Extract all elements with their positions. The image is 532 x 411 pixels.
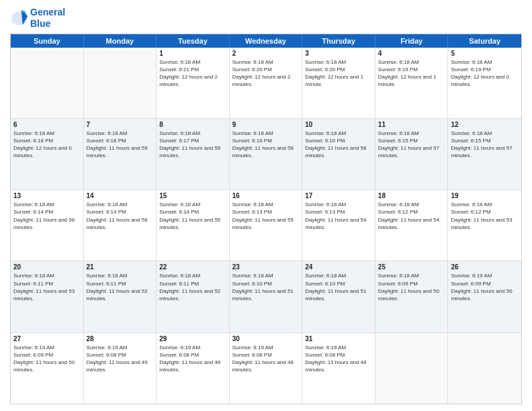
cell-info-line: Sunrise: 6:18 AM bbox=[451, 130, 519, 137]
day-number: 24 bbox=[305, 263, 372, 271]
cell-info-line: Sunset: 6:15 PM bbox=[378, 137, 445, 144]
cell-info-line: Daylight: 11 hours and 55 minutes. bbox=[159, 216, 226, 231]
cell-info-line: Sunrise: 6:18 AM bbox=[451, 58, 519, 66]
cal-cell-5-6 bbox=[375, 333, 449, 404]
cell-info-line: Sunrise: 6:18 AM bbox=[13, 201, 81, 208]
cal-cell-2-3: 8Sunrise: 6:18 AMSunset: 6:17 PMDaylight… bbox=[157, 119, 230, 189]
cell-info-line: Daylight: 12 hours and 2 minutes. bbox=[232, 73, 300, 88]
cell-info-line: Sunset: 6:10 PM bbox=[232, 280, 300, 287]
cell-info-line: Daylight: 11 hours and 59 minutes. bbox=[87, 144, 154, 159]
cal-cell-2-4: 9Sunrise: 6:18 AMSunset: 6:16 PMDaylight… bbox=[230, 119, 303, 189]
day-number: 9 bbox=[232, 121, 300, 128]
cell-info-line: Sunset: 6:12 PM bbox=[378, 208, 445, 216]
cell-info-line: Sunrise: 6:18 AM bbox=[232, 272, 300, 279]
cell-info-line: Sunset: 6:11 PM bbox=[87, 280, 154, 287]
cell-info-line: Sunrise: 6:18 AM bbox=[159, 130, 226, 137]
cal-cell-2-2: 7Sunrise: 6:18 AMSunset: 6:18 PMDaylight… bbox=[84, 119, 157, 189]
day-number: 15 bbox=[159, 192, 226, 199]
cell-info-line: Sunset: 6:16 PM bbox=[232, 137, 300, 144]
cal-cell-4-2: 21Sunrise: 6:18 AMSunset: 6:11 PMDayligh… bbox=[84, 261, 157, 332]
cell-info-line: Daylight: 11 hours and 55 minutes. bbox=[232, 216, 300, 231]
cell-info-line: Sunrise: 6:18 AM bbox=[305, 58, 372, 66]
cell-info-line: Sunset: 6:12 PM bbox=[451, 208, 519, 216]
cell-info-line: Daylight: 11 hours and 51 minutes. bbox=[232, 287, 300, 302]
day-number: 5 bbox=[451, 50, 519, 57]
cell-info-line: Sunset: 6:09 PM bbox=[13, 351, 81, 359]
cal-cell-3-5: 17Sunrise: 6:18 AMSunset: 6:13 PMDayligh… bbox=[302, 190, 375, 261]
cell-info-line: Sunrise: 6:18 AM bbox=[13, 130, 81, 137]
cal-cell-1-7: 5Sunrise: 6:18 AMSunset: 6:19 PMDaylight… bbox=[448, 48, 521, 118]
cell-info-line: Sunset: 6:20 PM bbox=[305, 66, 372, 73]
cell-info-line: Daylight: 11 hours and 49 minutes. bbox=[87, 359, 154, 373]
cell-info-line: Sunset: 6:18 PM bbox=[13, 137, 81, 144]
cell-info-line: Sunset: 6:19 PM bbox=[451, 66, 519, 73]
cell-info-line: Daylight: 12 hours and 2 minutes. bbox=[159, 73, 226, 88]
cell-info-line: Daylight: 11 hours and 54 minutes. bbox=[305, 216, 372, 231]
cell-info-line: Daylight: 11 hours and 50 minutes. bbox=[378, 287, 445, 302]
cal-cell-5-1: 27Sunrise: 6:19 AMSunset: 6:09 PMDayligh… bbox=[11, 333, 84, 404]
day-number: 16 bbox=[232, 192, 300, 199]
cell-info-line: Sunset: 6:16 PM bbox=[305, 137, 372, 144]
cell-info-line: Sunrise: 6:18 AM bbox=[378, 272, 445, 279]
cell-info-line: Daylight: 11 hours and 58 minutes. bbox=[232, 144, 300, 159]
cal-cell-1-5: 3Sunrise: 6:18 AMSunset: 6:20 PMDaylight… bbox=[302, 48, 375, 118]
cal-cell-3-4: 16Sunrise: 6:18 AMSunset: 6:13 PMDayligh… bbox=[230, 190, 303, 261]
cell-info-line: Daylight: 11 hours and 52 minutes. bbox=[159, 287, 226, 302]
cell-info-line: Sunset: 6:11 PM bbox=[159, 280, 226, 287]
cell-info-line: Daylight: 11 hours and 57 minutes. bbox=[378, 144, 445, 159]
header-day-friday: Friday bbox=[375, 34, 449, 48]
day-number: 19 bbox=[451, 192, 519, 199]
cell-info-line: Daylight: 11 hours and 53 minutes. bbox=[451, 216, 519, 231]
header-day-wednesday: Wednesday bbox=[230, 34, 303, 48]
cell-info-line: Daylight: 12 hours and 1 minute. bbox=[378, 73, 445, 88]
cell-info-line: Daylight: 11 hours and 48 minutes. bbox=[232, 359, 300, 373]
cell-info-line: Sunset: 6:19 PM bbox=[378, 66, 445, 73]
day-number: 14 bbox=[87, 192, 154, 199]
week-row-4: 20Sunrise: 6:18 AMSunset: 6:11 PMDayligh… bbox=[11, 261, 521, 332]
day-number: 21 bbox=[87, 263, 154, 271]
cal-cell-1-3: 1Sunrise: 6:18 AMSunset: 6:21 PMDaylight… bbox=[157, 48, 230, 118]
day-number: 8 bbox=[159, 121, 226, 128]
cell-info-line: Sunset: 6:14 PM bbox=[159, 208, 226, 216]
day-number: 13 bbox=[13, 192, 81, 199]
cal-cell-5-5: 31Sunrise: 6:19 AMSunset: 6:08 PMDayligh… bbox=[302, 333, 375, 404]
header-day-saturday: Saturday bbox=[448, 34, 521, 48]
cal-cell-2-7: 12Sunrise: 6:18 AMSunset: 6:15 PMDayligh… bbox=[448, 119, 521, 189]
day-number: 30 bbox=[232, 335, 300, 342]
cell-info-line: Sunrise: 6:18 AM bbox=[87, 201, 154, 208]
cell-info-line: Sunrise: 6:18 AM bbox=[232, 58, 300, 66]
cell-info-line: Daylight: 11 hours and 57 minutes. bbox=[451, 144, 519, 159]
day-number: 2 bbox=[232, 50, 300, 57]
cell-info-line: Sunset: 6:17 PM bbox=[159, 137, 226, 144]
cal-cell-1-6: 4Sunrise: 6:18 AMSunset: 6:19 PMDaylight… bbox=[375, 48, 449, 118]
cell-info-line: Sunrise: 6:18 AM bbox=[87, 272, 154, 279]
day-number: 17 bbox=[305, 192, 372, 199]
cell-info-line: Daylight: 12 hours and 0 minutes. bbox=[13, 144, 81, 159]
calendar-body: 1Sunrise: 6:18 AMSunset: 6:21 PMDaylight… bbox=[11, 48, 521, 404]
cal-cell-5-2: 28Sunrise: 6:19 AMSunset: 6:08 PMDayligh… bbox=[84, 333, 157, 404]
cell-info-line: Daylight: 12 hours and 0 minutes. bbox=[451, 73, 519, 88]
cell-info-line: Sunrise: 6:18 AM bbox=[13, 272, 81, 279]
logo-text: General Blue bbox=[30, 7, 65, 30]
cell-info-line: Sunset: 6:08 PM bbox=[305, 351, 372, 359]
day-number: 10 bbox=[305, 121, 372, 128]
cell-info-line: Sunset: 6:14 PM bbox=[87, 208, 154, 216]
cell-info-line: Sunrise: 6:18 AM bbox=[87, 130, 154, 137]
cell-info-line: Daylight: 12 hours and 1 minute. bbox=[305, 73, 372, 88]
day-number: 22 bbox=[159, 263, 226, 271]
header-day-thursday: Thursday bbox=[302, 34, 375, 48]
cell-info-line: Sunrise: 6:18 AM bbox=[232, 201, 300, 208]
cal-cell-2-6: 11Sunrise: 6:18 AMSunset: 6:15 PMDayligh… bbox=[375, 119, 449, 189]
week-row-3: 13Sunrise: 6:18 AMSunset: 6:14 PMDayligh… bbox=[11, 190, 521, 261]
logo: General Blue bbox=[10, 7, 65, 30]
cell-info-line: Sunrise: 6:18 AM bbox=[451, 201, 519, 208]
calendar: SundayMondayTuesdayWednesdayThursdayFrid… bbox=[10, 34, 522, 404]
day-number: 25 bbox=[378, 263, 445, 271]
day-number: 4 bbox=[378, 50, 445, 57]
cell-info-line: Sunset: 6:21 PM bbox=[159, 66, 226, 73]
day-number: 27 bbox=[13, 335, 81, 342]
cell-info-line: Daylight: 11 hours and 53 minutes. bbox=[13, 287, 81, 302]
cell-info-line: Sunrise: 6:18 AM bbox=[305, 130, 372, 137]
cell-info-line: Sunset: 6:09 PM bbox=[378, 280, 445, 287]
cell-info-line: Sunrise: 6:18 AM bbox=[378, 58, 445, 66]
